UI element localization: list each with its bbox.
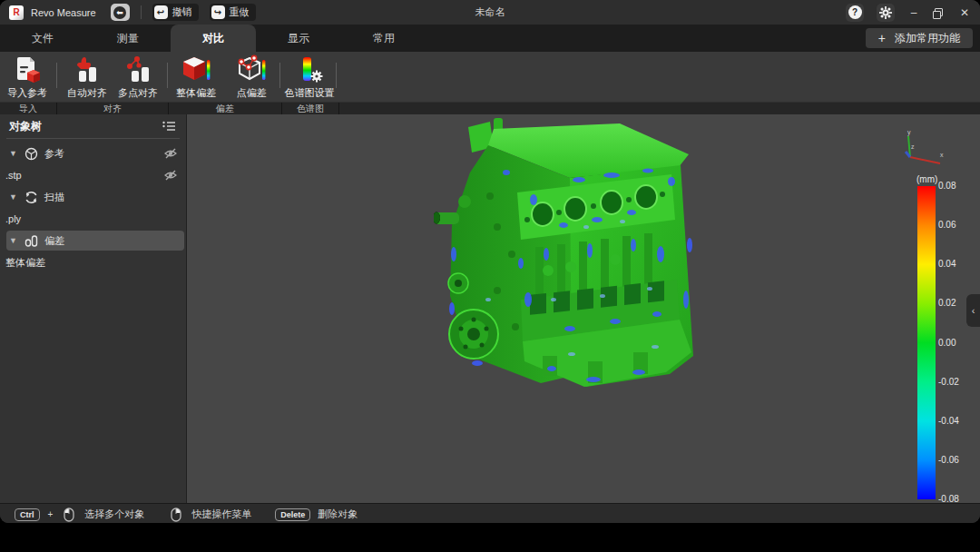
toolbar-separator (336, 63, 337, 88)
plus-sign: + (48, 509, 54, 519)
group-label-deviation: 偏差 (169, 103, 282, 114)
axis-label-z: z (911, 143, 915, 150)
toolbar-separator (167, 63, 168, 88)
panel-divider (6, 138, 180, 139)
hint-select-multiple: 选择多个对象 (84, 508, 144, 521)
colorbar-tick: 0.00 (938, 338, 959, 349)
plus-icon: + (878, 31, 886, 45)
minimize-button[interactable]: – (907, 6, 920, 19)
undo-icon: ↩ (154, 5, 168, 19)
ribbon-tabs: 文件 测量 对比 显示 常用 + 添加常用功能 (0, 25, 980, 52)
app-name: Revo Measure (31, 7, 96, 18)
status-bar: Ctrl + 选择多个对象 快捷操作菜单 Delete 删除对象 (0, 503, 980, 523)
add-favorite-label: 添加常用功能 (895, 31, 960, 46)
import-reference-button[interactable]: 导入参考 (0, 54, 60, 100)
redo-button[interactable]: ↪ 重做 (210, 4, 256, 21)
add-favorite-button[interactable]: + 添加常用功能 (866, 28, 973, 48)
tool-label: 点偏差 (219, 86, 284, 100)
colorbar-tick: -0.04 (938, 416, 959, 427)
delete-key-badge: Delete (275, 508, 310, 521)
tool-label: 多点对齐 (105, 86, 171, 100)
tree-label: 扫描 (44, 191, 64, 204)
engine-model-3d[interactable] (434, 118, 699, 390)
tab-measure[interactable]: 测量 (85, 25, 171, 52)
deviation-colorbar: (mm) 0.08 0.06 0.04 0.02 0.00 -0.02 -0.0… (913, 174, 980, 186)
colorbar-labels: 0.08 0.06 0.04 0.02 0.00 -0.02 -0.04 -0.… (938, 181, 959, 503)
tree-row-stp-file[interactable]: .stp (0, 164, 186, 186)
tree-row-scan[interactable]: ▼ 扫描 (0, 186, 186, 208)
group-label-colormap: 色谱图 (282, 103, 339, 114)
colormap-settings-icon (294, 54, 325, 85)
title-bar: R Revo Measure ⬅ ↩ 撤销 ↪ 重做 未命名 ? (0, 0, 980, 25)
toolbar-separator (279, 63, 280, 88)
tree-row-ply-file[interactable]: .ply (0, 208, 186, 230)
restore-button[interactable] (933, 8, 946, 17)
object-tree-title: 对象树 (9, 119, 42, 134)
redo-label: 重做 (230, 5, 250, 19)
colorbar-gradient (917, 186, 936, 499)
tab-file[interactable]: 文件 (0, 25, 85, 52)
help-button[interactable]: ? (846, 4, 864, 22)
point-deviation-icon (236, 54, 267, 85)
colorbar-tick: -0.02 (938, 377, 959, 388)
mouse-right-click-icon (171, 508, 181, 522)
multi-point-align-icon (122, 54, 153, 85)
document-title: 未命名 (0, 5, 980, 19)
ribbon-toolbar: 导入参考 自动对齐 多点对齐 (0, 52, 980, 102)
deviation-icon (24, 234, 39, 248)
chevron-down-icon[interactable]: ▼ (9, 236, 18, 245)
import-reference-icon (12, 54, 43, 85)
mouse-left-click-icon (64, 508, 74, 522)
visibility-hidden-icon[interactable] (164, 170, 177, 181)
tab-common[interactable]: 常用 (341, 25, 426, 52)
tool-label: 色谱图设置 (277, 86, 342, 100)
tree-label: 整体偏差 (5, 256, 45, 270)
axis-label-y: y (907, 129, 911, 136)
group-label-align: 对齐 (57, 103, 169, 114)
axis-label-x: x (940, 152, 944, 158)
ctrl-key-badge: Ctrl (15, 508, 40, 521)
home-arrow-icon: ⬅ (113, 6, 126, 19)
auto-align-icon (72, 54, 103, 85)
hint-delete-object: 删除对象 (318, 508, 358, 521)
tab-display[interactable]: 显示 (256, 25, 341, 52)
whole-deviation-icon (181, 54, 211, 85)
chevron-down-icon[interactable]: ▼ (9, 149, 18, 158)
titlebar-separator (141, 5, 142, 19)
chevron-down-icon[interactable]: ▼ (9, 192, 18, 202)
panel-collapse-handle[interactable]: ‹ (966, 294, 980, 327)
colorbar-tick: -0.08 (938, 494, 959, 503)
tab-compare[interactable]: 对比 (171, 25, 256, 52)
toolbar-group-labels: 导入 对齐 偏差 色谱图 (0, 102, 980, 114)
axis-triad: y z x (895, 129, 947, 171)
tree-label: .stp (5, 170, 22, 181)
settings-button[interactable] (877, 4, 895, 22)
redo-icon: ↪ (211, 5, 225, 19)
colorbar-tick: 0.04 (938, 259, 959, 270)
hint-quick-menu: 快捷操作菜单 (191, 508, 251, 521)
close-button[interactable]: ✕ (958, 6, 971, 19)
visibility-hidden-icon[interactable] (164, 148, 177, 159)
object-tree-panel: 对象树 ▼ 参考 (0, 114, 187, 503)
tree-label: 偏差 (44, 234, 64, 248)
colorbar-tick: -0.06 (938, 455, 959, 466)
restore-icon (933, 8, 942, 17)
viewport-3d[interactable]: y z x (187, 114, 980, 503)
colorbar-tick: 0.06 (938, 220, 959, 231)
tree-label: .ply (5, 213, 21, 224)
tree-label: 参考 (44, 147, 64, 161)
home-button[interactable]: ⬅ (111, 4, 130, 21)
undo-button[interactable]: ↩ 撤销 (152, 4, 199, 21)
multi-point-align-button[interactable]: 多点对齐 (105, 54, 171, 100)
colormap-settings-button[interactable]: 色谱图设置 (277, 54, 342, 100)
tool-label: 导入参考 (0, 86, 60, 100)
tree-row-deviation[interactable]: ▼ 偏差 (0, 230, 186, 251)
tree-row-reference[interactable]: ▼ 参考 (0, 143, 186, 164)
tree-options-icon[interactable] (161, 119, 177, 133)
undo-label: 撤销 (172, 5, 192, 19)
app-window: R Revo Measure ⬅ ↩ 撤销 ↪ 重做 未命名 ? (0, 0, 980, 523)
tree-row-whole-deviation[interactable]: 整体偏差 (0, 251, 186, 273)
point-deviation-button[interactable]: 点偏差 (219, 54, 284, 100)
question-icon: ? (848, 5, 862, 19)
colorbar-tick: 0.08 (938, 181, 959, 192)
